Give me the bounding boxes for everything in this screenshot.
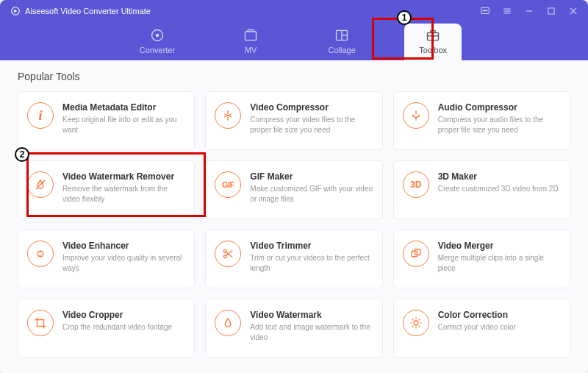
tab-mv[interactable]: MV bbox=[222, 24, 279, 60]
tool-desc: Compress your audio files to the proper … bbox=[438, 115, 561, 135]
tool-desc: Compress your video files to the proper … bbox=[250, 115, 373, 135]
tool-video-merger[interactable]: Video Merger Merge multiple clips into a… bbox=[393, 230, 570, 288]
svg-point-3 bbox=[484, 10, 485, 11]
converter-icon bbox=[150, 28, 165, 43]
tool-title: Video Watermark Remover bbox=[62, 171, 185, 182]
tool-desc: Keep original file info or edit as you w… bbox=[62, 115, 185, 135]
title-bar: Aiseesoft Video Converter Ultimate bbox=[0, 0, 588, 18]
tool-title: 3D Maker bbox=[438, 171, 561, 182]
svg-line-35 bbox=[412, 326, 413, 327]
tool-title: Video Enhancer bbox=[62, 241, 185, 251]
scissors-icon bbox=[215, 241, 241, 267]
tools-grid: i Media Metadata Editor Keep original fi… bbox=[18, 91, 570, 358]
svg-line-33 bbox=[412, 319, 413, 321]
app-title-text: Aiseesoft Video Converter Ultimate bbox=[25, 7, 151, 15]
tool-desc: Remove the watermark from the video flex… bbox=[62, 184, 185, 204]
main-nav: Converter MV Collage Toolbox bbox=[0, 18, 588, 60]
svg-rect-9 bbox=[548, 8, 554, 14]
tool-title: Video Trimmer bbox=[250, 241, 373, 251]
tab-toolbox[interactable]: Toolbox bbox=[404, 24, 462, 60]
tool-title: Media Metadata Editor bbox=[62, 102, 185, 113]
tab-label: Collage bbox=[328, 46, 355, 54]
tool-video-watermark-remover[interactable]: Video Watermark Remover Remove the water… bbox=[18, 160, 195, 219]
feedback-icon[interactable] bbox=[479, 5, 491, 17]
tool-desc: Make customized GIF with your video or i… bbox=[250, 184, 373, 204]
tool-video-trimmer[interactable]: Video Trimmer Trim or cut your videos to… bbox=[205, 230, 382, 288]
no-drop-icon bbox=[27, 171, 54, 198]
tool-title: Audio Compressor bbox=[438, 102, 561, 113]
tool-desc: Add text and image watermark to the vide… bbox=[250, 322, 373, 342]
menu-icon[interactable] bbox=[501, 5, 513, 17]
svg-rect-14 bbox=[245, 32, 257, 40]
sun-icon bbox=[403, 310, 429, 336]
tool-desc: Merge multiple clips into a single piece bbox=[438, 253, 561, 273]
app-title: Aiseesoft Video Converter Ultimate bbox=[10, 6, 151, 16]
tool-title: Video Watermark bbox=[250, 310, 373, 320]
tab-label: Converter bbox=[140, 46, 175, 54]
svg-point-22 bbox=[224, 249, 227, 252]
enhance-icon bbox=[27, 241, 54, 267]
compress-icon bbox=[215, 102, 241, 129]
tool-video-enhancer[interactable]: Video Enhancer Improve your video qualit… bbox=[18, 230, 195, 288]
header: Aiseesoft Video Converter Ultimate bbox=[0, 0, 588, 60]
tool-desc: Crop the redundant video footage bbox=[62, 322, 185, 333]
tool-audio-compressor[interactable]: Audio Compressor Compress your audio fil… bbox=[393, 91, 570, 150]
tool-video-cropper[interactable]: Video Cropper Crop the redundant video f… bbox=[18, 299, 195, 358]
tool-gif-maker[interactable]: GIF GIF Maker Make customized GIF with y… bbox=[205, 160, 382, 219]
maximize-icon[interactable] bbox=[545, 5, 557, 17]
svg-point-23 bbox=[224, 255, 227, 258]
svg-rect-26 bbox=[412, 251, 417, 257]
svg-rect-27 bbox=[415, 249, 420, 255]
window-controls bbox=[479, 5, 579, 17]
close-icon[interactable] bbox=[567, 5, 579, 17]
tool-title: Video Compressor bbox=[250, 102, 373, 113]
section-title: Popular Tools bbox=[18, 71, 570, 82]
tool-media-metadata-editor[interactable]: i Media Metadata Editor Keep original fi… bbox=[18, 91, 195, 150]
svg-line-34 bbox=[418, 326, 420, 327]
minimize-icon[interactable] bbox=[523, 5, 535, 17]
gif-icon: GIF bbox=[215, 171, 241, 198]
mv-icon bbox=[243, 28, 258, 43]
tool-color-correction[interactable]: Color Correction Correct your video colo… bbox=[393, 299, 570, 358]
info-icon: i bbox=[27, 102, 54, 129]
svg-line-20 bbox=[36, 180, 45, 189]
tool-video-compressor[interactable]: Video Compressor Compress your video fil… bbox=[205, 91, 382, 150]
tab-label: MV bbox=[245, 46, 257, 54]
tab-collage[interactable]: Collage bbox=[313, 24, 370, 60]
tool-title: GIF Maker bbox=[250, 171, 373, 182]
tool-3d-maker[interactable]: 3D 3D Maker Create customized 3D video f… bbox=[393, 160, 570, 219]
app-window: Aiseesoft Video Converter Ultimate bbox=[0, 0, 588, 373]
collage-icon bbox=[334, 28, 349, 43]
svg-point-28 bbox=[414, 321, 418, 325]
svg-point-2 bbox=[483, 10, 484, 11]
tab-label: Toolbox bbox=[419, 46, 447, 54]
tool-desc: Correct your video color bbox=[438, 322, 561, 333]
tool-title: Video Merger bbox=[438, 241, 561, 251]
tool-title: Video Cropper bbox=[62, 310, 185, 320]
toolbox-icon bbox=[426, 28, 440, 43]
tool-desc: Trim or cut your videos to the perfect l… bbox=[250, 253, 373, 273]
app-logo-icon bbox=[10, 6, 21, 16]
tool-desc: Create customized 3D video from 2D bbox=[438, 184, 561, 194]
tool-desc: Improve your video quality in several wa… bbox=[62, 253, 185, 273]
content-area: Popular Tools i Media Metadata Editor Ke… bbox=[0, 60, 588, 373]
svg-point-4 bbox=[487, 10, 487, 11]
tool-title: Color Correction bbox=[438, 310, 561, 320]
drop-icon bbox=[215, 310, 241, 336]
svg-rect-18 bbox=[428, 33, 439, 40]
tool-video-watermark[interactable]: Video Watermark Add text and image water… bbox=[205, 299, 382, 358]
audio-compress-icon bbox=[403, 102, 429, 129]
svg-line-36 bbox=[418, 319, 420, 321]
3d-icon: 3D bbox=[403, 171, 429, 198]
svg-point-13 bbox=[156, 34, 158, 36]
merge-icon bbox=[403, 241, 429, 267]
tab-converter[interactable]: Converter bbox=[126, 24, 188, 60]
crop-icon bbox=[27, 310, 54, 336]
